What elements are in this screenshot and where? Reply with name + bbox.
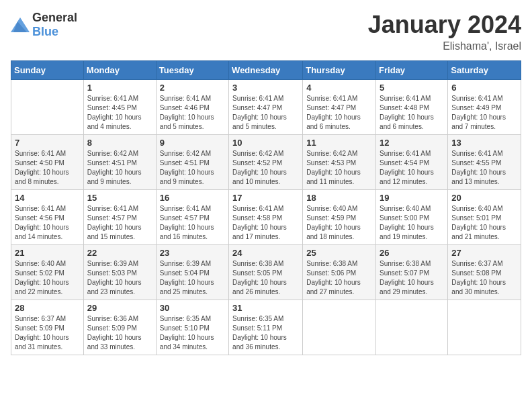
day-info: Sunrise: 6:41 AM Sunset: 4:50 PM Dayligh…	[15, 149, 80, 187]
day-number: 10	[232, 138, 299, 148]
calendar-cell: 17Sunrise: 6:41 AM Sunset: 4:58 PM Dayli…	[229, 190, 303, 245]
calendar-cell: 7Sunrise: 6:41 AM Sunset: 4:50 PM Daylig…	[11, 135, 84, 190]
day-info: Sunrise: 6:38 AM Sunset: 5:05 PM Dayligh…	[232, 259, 299, 297]
day-number: 24	[232, 248, 299, 258]
day-info: Sunrise: 6:41 AM Sunset: 4:55 PM Dayligh…	[451, 149, 517, 187]
day-number: 22	[87, 248, 152, 258]
day-info: Sunrise: 6:38 AM Sunset: 5:06 PM Dayligh…	[306, 259, 372, 297]
day-info: Sunrise: 6:40 AM Sunset: 5:02 PM Dayligh…	[15, 259, 80, 297]
day-info: Sunrise: 6:35 AM Sunset: 5:10 PM Dayligh…	[160, 314, 225, 352]
calendar-cell: 27Sunrise: 6:37 AM Sunset: 5:08 PM Dayli…	[448, 245, 521, 300]
day-number: 25	[306, 248, 372, 258]
calendar-week-row: 28Sunrise: 6:37 AM Sunset: 5:09 PM Dayli…	[11, 300, 521, 355]
logo-text-general: General	[32, 11, 77, 24]
day-info: Sunrise: 6:37 AM Sunset: 5:09 PM Dayligh…	[15, 314, 80, 352]
day-number: 19	[380, 193, 444, 203]
day-info: Sunrise: 6:41 AM Sunset: 4:56 PM Dayligh…	[15, 204, 80, 242]
calendar-week-row: 21Sunrise: 6:40 AM Sunset: 5:02 PM Dayli…	[11, 245, 521, 300]
calendar-cell: 24Sunrise: 6:38 AM Sunset: 5:05 PM Dayli…	[229, 245, 303, 300]
calendar-cell: 23Sunrise: 6:39 AM Sunset: 5:04 PM Dayli…	[156, 245, 228, 300]
calendar-cell: 8Sunrise: 6:42 AM Sunset: 4:51 PM Daylig…	[83, 135, 156, 190]
day-number: 28	[15, 303, 80, 313]
day-number: 27	[451, 248, 517, 258]
day-info: Sunrise: 6:36 AM Sunset: 5:09 PM Dayligh…	[87, 314, 152, 352]
weekday-header: Thursday	[303, 61, 376, 80]
day-number: 4	[306, 83, 372, 93]
day-number: 26	[380, 248, 444, 258]
calendar-cell: 28Sunrise: 6:37 AM Sunset: 5:09 PM Dayli…	[11, 300, 84, 355]
day-info: Sunrise: 6:41 AM Sunset: 4:45 PM Dayligh…	[87, 94, 152, 132]
day-number: 8	[87, 138, 152, 148]
calendar-cell: 12Sunrise: 6:41 AM Sunset: 4:54 PM Dayli…	[376, 135, 448, 190]
day-number: 13	[451, 138, 517, 148]
title-month: January 2024	[368, 11, 521, 39]
calendar-week-row: 1Sunrise: 6:41 AM Sunset: 4:45 PM Daylig…	[11, 80, 521, 135]
day-number: 15	[87, 193, 152, 203]
day-number: 30	[160, 303, 225, 313]
calendar-cell: 31Sunrise: 6:35 AM Sunset: 5:11 PM Dayli…	[229, 300, 303, 355]
day-number: 6	[451, 83, 517, 93]
calendar-cell: 9Sunrise: 6:42 AM Sunset: 4:51 PM Daylig…	[156, 135, 228, 190]
calendar-cell: 2Sunrise: 6:41 AM Sunset: 4:46 PM Daylig…	[156, 80, 228, 135]
day-number: 18	[306, 193, 372, 203]
calendar-cell: 14Sunrise: 6:41 AM Sunset: 4:56 PM Dayli…	[11, 190, 84, 245]
logo-text-blue: Blue	[32, 25, 58, 38]
calendar-cell: 10Sunrise: 6:42 AM Sunset: 4:52 PM Dayli…	[229, 135, 303, 190]
calendar-week-row: 14Sunrise: 6:41 AM Sunset: 4:56 PM Dayli…	[11, 190, 521, 245]
day-info: Sunrise: 6:42 AM Sunset: 4:51 PM Dayligh…	[160, 149, 225, 187]
weekday-header: Friday	[376, 61, 448, 80]
day-info: Sunrise: 6:40 AM Sunset: 5:00 PM Dayligh…	[380, 204, 444, 242]
day-info: Sunrise: 6:41 AM Sunset: 4:57 PM Dayligh…	[160, 204, 225, 242]
calendar-header-row: SundayMondayTuesdayWednesdayThursdayFrid…	[11, 61, 521, 80]
day-info: Sunrise: 6:41 AM Sunset: 4:58 PM Dayligh…	[232, 204, 299, 242]
day-info: Sunrise: 6:41 AM Sunset: 4:54 PM Dayligh…	[380, 149, 444, 187]
day-info: Sunrise: 6:41 AM Sunset: 4:46 PM Dayligh…	[160, 94, 225, 132]
calendar-cell: 18Sunrise: 6:40 AM Sunset: 4:59 PM Dayli…	[303, 190, 376, 245]
day-info: Sunrise: 6:41 AM Sunset: 4:47 PM Dayligh…	[306, 94, 372, 132]
calendar-cell: 26Sunrise: 6:38 AM Sunset: 5:07 PM Dayli…	[376, 245, 448, 300]
day-info: Sunrise: 6:39 AM Sunset: 5:03 PM Dayligh…	[87, 259, 152, 297]
calendar-cell	[448, 300, 521, 355]
day-number: 16	[160, 193, 225, 203]
day-number: 20	[451, 193, 517, 203]
day-info: Sunrise: 6:38 AM Sunset: 5:07 PM Dayligh…	[380, 259, 444, 297]
calendar-cell: 19Sunrise: 6:40 AM Sunset: 5:00 PM Dayli…	[376, 190, 448, 245]
calendar-cell: 3Sunrise: 6:41 AM Sunset: 4:47 PM Daylig…	[229, 80, 303, 135]
day-info: Sunrise: 6:37 AM Sunset: 5:08 PM Dayligh…	[451, 259, 517, 297]
weekday-header: Sunday	[11, 61, 84, 80]
day-info: Sunrise: 6:41 AM Sunset: 4:49 PM Dayligh…	[451, 94, 517, 132]
day-number: 21	[15, 248, 80, 258]
logo-icon	[11, 17, 30, 32]
day-number: 9	[160, 138, 225, 148]
calendar-week-row: 7Sunrise: 6:41 AM Sunset: 4:50 PM Daylig…	[11, 135, 521, 190]
day-info: Sunrise: 6:41 AM Sunset: 4:48 PM Dayligh…	[380, 94, 444, 132]
calendar-cell: 6Sunrise: 6:41 AM Sunset: 4:49 PM Daylig…	[448, 80, 521, 135]
day-info: Sunrise: 6:35 AM Sunset: 5:11 PM Dayligh…	[232, 314, 299, 352]
calendar-cell: 4Sunrise: 6:41 AM Sunset: 4:47 PM Daylig…	[303, 80, 376, 135]
day-number: 31	[232, 303, 299, 313]
day-number: 1	[87, 83, 152, 93]
day-info: Sunrise: 6:42 AM Sunset: 4:51 PM Dayligh…	[87, 149, 152, 187]
day-info: Sunrise: 6:42 AM Sunset: 4:52 PM Dayligh…	[232, 149, 299, 187]
logo: General Blue	[11, 11, 77, 39]
day-number: 11	[306, 138, 372, 148]
day-info: Sunrise: 6:39 AM Sunset: 5:04 PM Dayligh…	[160, 259, 225, 297]
day-info: Sunrise: 6:42 AM Sunset: 4:53 PM Dayligh…	[306, 149, 372, 187]
day-number: 12	[380, 138, 444, 148]
weekday-header: Monday	[83, 61, 156, 80]
calendar-cell: 30Sunrise: 6:35 AM Sunset: 5:10 PM Dayli…	[156, 300, 228, 355]
calendar-cell: 22Sunrise: 6:39 AM Sunset: 5:03 PM Dayli…	[83, 245, 156, 300]
weekday-header: Wednesday	[229, 61, 303, 80]
title-location: Elishama', Israel	[368, 40, 521, 52]
calendar-cell: 25Sunrise: 6:38 AM Sunset: 5:06 PM Dayli…	[303, 245, 376, 300]
calendar-table: SundayMondayTuesdayWednesdayThursdayFrid…	[11, 60, 521, 355]
day-info: Sunrise: 6:41 AM Sunset: 4:47 PM Dayligh…	[232, 94, 299, 132]
calendar-cell	[11, 80, 84, 135]
weekday-header: Saturday	[448, 61, 521, 80]
calendar-cell: 13Sunrise: 6:41 AM Sunset: 4:55 PM Dayli…	[448, 135, 521, 190]
calendar-cell: 20Sunrise: 6:40 AM Sunset: 5:01 PM Dayli…	[448, 190, 521, 245]
calendar-cell: 15Sunrise: 6:41 AM Sunset: 4:57 PM Dayli…	[83, 190, 156, 245]
day-info: Sunrise: 6:41 AM Sunset: 4:57 PM Dayligh…	[87, 204, 152, 242]
day-number: 23	[160, 248, 225, 258]
weekday-header: Tuesday	[156, 61, 228, 80]
